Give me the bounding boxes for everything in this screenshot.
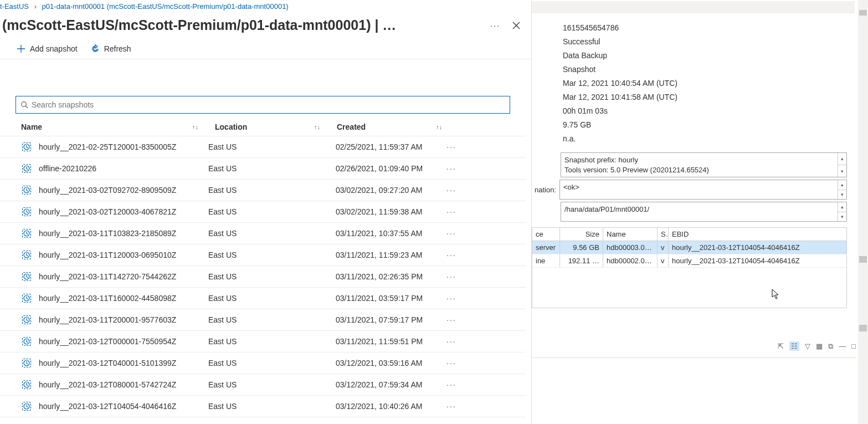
col-name[interactable]: Name↑↓ (21, 122, 215, 131)
snapshot-name: offline-20210226 (39, 164, 96, 173)
filter-icon[interactable]: ▽ (805, 342, 810, 350)
add-snapshot-label: Add snapshot (30, 44, 78, 53)
row-more-button[interactable]: ··· (446, 186, 456, 195)
search-box[interactable] (16, 96, 510, 114)
snapshot-name: hourly__2021-03-11T142720-7544262Z (39, 272, 176, 281)
snapshot-location: East US (208, 164, 336, 173)
more-button[interactable]: ··· (490, 21, 500, 30)
col-ce[interactable]: ce (532, 228, 560, 241)
spin-down[interactable]: ▾ (838, 212, 846, 222)
table-row[interactable]: hourly__2021-03-12T080001-5742724Z East … (0, 374, 526, 396)
table-row[interactable]: hourly__2021-03-12T040001-5101399Z East … (0, 353, 526, 374)
table-row[interactable]: hourly__2021-03-12T000001-7550954Z East … (0, 331, 526, 353)
row-more-button[interactable]: ··· (446, 207, 456, 216)
detail-method: Snapshot (563, 63, 868, 76)
row-more-button[interactable]: ··· (446, 251, 456, 259)
cell-s: v (658, 254, 669, 267)
table-row[interactable]: hourly__2021-03-11T200001-9577603Z East … (0, 309, 526, 331)
breadcrumb-link-2[interactable]: p01-data-mnt00001 (mcScott-EastUS/mcScot… (42, 2, 289, 11)
snapshot-created: 03/02/2021, 09:27:20 AM (336, 186, 446, 195)
grid-scrollbar[interactable] (858, 254, 868, 334)
row-more-button[interactable]: ··· (446, 315, 456, 324)
breadcrumb-link-1[interactable]: t-EastUS (0, 2, 29, 11)
breadcrumb: t-EastUS › p01-data-mnt00001 (mcScott-Ea… (0, 0, 531, 13)
snapshot-name: hourly__2021-03-12T104054-4046416Z (39, 402, 176, 411)
table-row[interactable]: hourly__2021-03-02T120003-4067821Z East … (0, 201, 526, 223)
table-row[interactable]: hourly__2021-03-02T092702-8909509Z East … (0, 180, 526, 201)
col-size[interactable]: Size (560, 228, 603, 241)
row-more-button[interactable]: ··· (446, 337, 456, 346)
snapshot-icon (21, 185, 32, 196)
path-value: /hana/data/P01/mnt00001/ (564, 205, 649, 213)
snapshot-created: 03/11/2021, 07:59:17 PM (336, 315, 446, 324)
table-row[interactable]: hourly__2021-02-25T120001-8350005Z East … (0, 136, 526, 158)
snapshot-icon (21, 293, 32, 304)
spin-up[interactable]: ▴ (838, 153, 846, 165)
grid-empty (532, 268, 846, 308)
snapshot-location: East US (208, 229, 336, 238)
col-name2[interactable]: Name (603, 228, 658, 241)
link-icon[interactable]: ⧉ (828, 342, 833, 351)
row-more-button[interactable]: ··· (446, 272, 456, 281)
search-icon (20, 101, 28, 109)
ok-textarea[interactable]: <ok> ▴▾ (559, 180, 847, 200)
sort-icon: ↑↓ (314, 124, 337, 130)
table-row[interactable]: offline-20210226 East US 02/26/2021, 01:… (0, 158, 526, 180)
row-more-button[interactable]: ··· (446, 359, 456, 367)
restore-icon[interactable]: □ (851, 342, 856, 350)
spin-down[interactable]: ▾ (838, 165, 846, 177)
minimize-icon[interactable]: — (839, 342, 846, 350)
columns-icon[interactable]: ▦ (816, 342, 823, 350)
snapshot-created: 03/11/2021, 11:59:23 AM (336, 251, 446, 259)
sort-icon: ↑↓ (192, 124, 215, 130)
snapshot-name: hourly__2021-03-12T040001-5101399Z (39, 359, 176, 367)
bottom-pane (532, 357, 857, 424)
sort-icon: ↑↓ (436, 124, 459, 130)
spin-up[interactable]: ▴ (838, 180, 846, 190)
table-row[interactable]: hourly__2021-03-11T160002-4458098Z East … (0, 288, 526, 309)
snapshot-name: hourly__2021-03-11T200001-9577603Z (39, 315, 176, 324)
snapshot-list: hourly__2021-02-25T120001-8350005Z East … (0, 136, 526, 417)
cell-s: v (658, 241, 669, 254)
table-row[interactable]: hourly__2021-03-11T142720-7544262Z East … (0, 266, 526, 288)
col-s[interactable]: S (658, 228, 669, 241)
snapshot-location: East US (208, 251, 336, 259)
row-more-button[interactable]: ··· (446, 164, 456, 173)
detail-type: Data Backup (563, 49, 868, 63)
snapshot-name: hourly__2021-03-02T092702-8909509Z (39, 186, 176, 195)
refresh-button[interactable]: Refresh (91, 44, 131, 53)
spin-up[interactable]: ▴ (838, 202, 846, 212)
row-more-button[interactable]: ··· (446, 294, 456, 303)
search-input[interactable] (28, 100, 505, 109)
col-created[interactable]: Created↑↓ (337, 122, 459, 131)
grid-row[interactable]: ine 192.11 … hdb00002.0… v hourly__2021-… (532, 254, 846, 268)
table-row[interactable]: hourly__2021-03-11T120003-0695010Z East … (0, 244, 526, 266)
row-more-button[interactable]: ··· (446, 402, 456, 411)
info-line2: Tools version: 5.0 Preview (20201214.655… (564, 165, 843, 175)
snapshot-created: 03/02/2021, 11:59:38 AM (336, 207, 446, 216)
row-more-button[interactable]: ··· (446, 380, 456, 389)
snapshot-location: East US (208, 402, 336, 411)
info-textarea[interactable]: Snapshot prefix: hourly Tools version: 5… (561, 152, 847, 177)
col-ebid[interactable]: EBID (669, 228, 846, 241)
list-header: Name↑↓ Location↑↓ Created↑↓ (0, 117, 526, 136)
export-icon[interactable]: ⇱ (778, 342, 784, 350)
snapshot-created: 03/12/2021, 03:59:16 AM (336, 359, 446, 367)
col-location[interactable]: Location↑↓ (215, 122, 337, 131)
snapshot-created: 02/25/2021, 11:59:37 AM (336, 142, 446, 151)
cell-left: ine (532, 254, 560, 267)
snapshot-icon (21, 206, 32, 217)
spin-down[interactable]: ▾ (838, 190, 846, 200)
row-more-button[interactable]: ··· (446, 142, 456, 151)
tree-icon[interactable]: ☷ (789, 341, 799, 351)
scrollbar[interactable] (858, 0, 868, 424)
snapshot-location: East US (208, 207, 336, 216)
table-row[interactable]: hourly__2021-03-11T103823-2185089Z East … (0, 223, 526, 244)
path-textarea[interactable]: /hana/data/P01/mnt00001/ ▴▾ (561, 202, 847, 222)
add-snapshot-button[interactable]: Add snapshot (17, 44, 78, 53)
close-button[interactable] (512, 22, 520, 29)
row-more-button[interactable]: ··· (446, 229, 456, 238)
grid-row[interactable]: server 9.56 GB hdb00003.0… v hourly__202… (532, 241, 846, 254)
table-row[interactable]: hourly__2021-03-12T104054-4046416Z East … (0, 396, 526, 417)
snapshot-icon (21, 379, 32, 390)
